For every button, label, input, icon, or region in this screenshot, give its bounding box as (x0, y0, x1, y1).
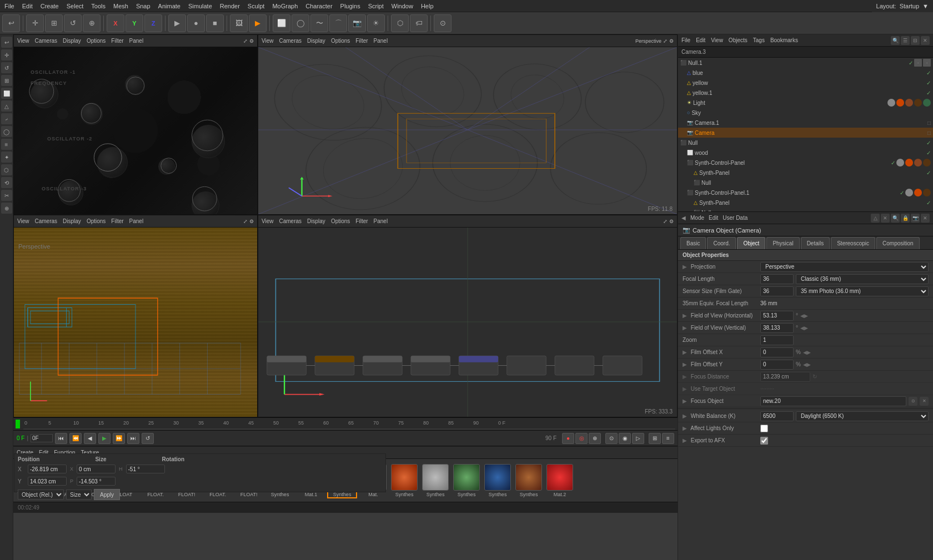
tree-item-camera1[interactable]: 📷 Camera.1 □ (678, 118, 933, 128)
menu-mesh[interactable]: Mesh (113, 3, 128, 9)
move-tool-btn[interactable]: ✛ (26, 14, 44, 32)
tree-item-blue[interactable]: △ blue ✓ (678, 68, 933, 78)
tree-item-synth-panel-sub1[interactable]: △ Synth-Panel ✓ (678, 168, 933, 178)
next-frame-btn[interactable]: ⏩ (113, 433, 125, 444)
sidebar-icon-11[interactable]: ⬡ (1, 164, 12, 175)
tree-item-sky[interactable]: ○ Sky (678, 108, 933, 118)
tag-btn[interactable]: 🏷 (410, 14, 428, 32)
snap-frame-btn[interactable]: ⊞ (649, 433, 661, 444)
scale-tool-btn[interactable]: ⊞ (45, 14, 63, 32)
record-keyframe-btn[interactable]: ⊕ (589, 433, 601, 444)
size-input-x[interactable] (77, 465, 116, 473)
vp-br-filter[interactable]: Filter (355, 218, 368, 224)
menu-sculpt[interactable]: Sculpt (248, 3, 265, 9)
close-icon[interactable]: ✕ (921, 36, 930, 45)
tab-details[interactable]: Details (801, 237, 830, 249)
sidebar-icon-5[interactable]: ⬜ (1, 88, 12, 99)
stop-btn[interactable]: ■ (206, 14, 224, 32)
undo-btn[interactable]: ↩ (2, 14, 20, 32)
camera-tool-btn[interactable]: 📷 (348, 14, 366, 32)
vp-tr-display[interactable]: Display (307, 38, 325, 44)
rot-input-h[interactable] (126, 465, 165, 473)
vp-tl-view[interactable]: View (17, 38, 29, 44)
obj-tree-view[interactable]: View (711, 37, 723, 43)
obj-tree-edit[interactable]: Edit (696, 37, 705, 43)
spline-btn[interactable]: ⌒ (329, 14, 347, 32)
sidebar-icon-9[interactable]: ≡ (1, 139, 12, 150)
vp-tr-view[interactable]: View (262, 38, 274, 44)
vp-tl-expand[interactable]: ⤢ (243, 38, 248, 44)
tree-item-yellow1[interactable]: △ yellow.1 ✓ (678, 88, 933, 98)
sidebar-icon-8[interactable]: ◯ (1, 126, 12, 137)
preview-btn[interactable]: ▷ (632, 433, 644, 444)
tree-item-light[interactable]: ☀ Light (678, 98, 933, 108)
pos-input-x[interactable] (28, 465, 67, 473)
vp-bl-panel[interactable]: Panel (129, 218, 144, 224)
projection-dropdown[interactable]: Perspective (760, 262, 929, 272)
focus-dist-input[interactable] (760, 372, 810, 382)
prop-lock-icon[interactable]: 🔒 (901, 214, 910, 223)
obj-tree-tags[interactable]: Tags (753, 37, 765, 43)
vp-bl-cameras[interactable]: Cameras (35, 218, 58, 224)
tab-coord[interactable]: Coord. (707, 237, 736, 249)
snap-btn[interactable]: ⊙ (434, 14, 452, 32)
vp-tl-cameras[interactable]: Cameras (35, 38, 58, 44)
sidebar-icon-3[interactable]: ↺ (1, 62, 12, 73)
filmx-input[interactable] (760, 347, 794, 357)
vp-br-settings[interactable]: ⚙ (669, 219, 674, 224)
vp-bl-filter[interactable]: Filter (111, 218, 123, 224)
vp-tr-expand[interactable]: ⤢ (663, 38, 668, 44)
menu-snap[interactable]: Snap (136, 3, 151, 9)
vp-bl-settings[interactable]: ⚙ (249, 219, 254, 224)
menu-plugins[interactable]: Plugins (340, 3, 360, 9)
sidebar-icon-4[interactable]: ⊞ (1, 75, 12, 86)
vp-br-options[interactable]: Options (331, 218, 350, 224)
sidebar-icon-2[interactable]: ✛ (1, 49, 12, 60)
vp-bl-display[interactable]: Display (63, 218, 81, 224)
prop-icon-1[interactable]: △ (871, 214, 880, 223)
sensor-preset-dropdown[interactable]: 35 mm Photo (36.0 mm) (796, 286, 929, 296)
focus-obj-icon2[interactable]: ✕ (920, 397, 929, 406)
record-btn-bar[interactable]: ● (562, 433, 574, 444)
material-item-16[interactable]: Mat.2 (546, 464, 574, 497)
focal-preset-dropdown[interactable]: Classic (36 mm) (796, 274, 929, 284)
menu-character[interactable]: Character (305, 3, 332, 9)
menu-select[interactable]: Select (67, 3, 84, 9)
menu-edit[interactable]: Edit (22, 3, 33, 9)
collapse-icon[interactable]: ⊟ (911, 36, 920, 45)
focal-input[interactable] (760, 274, 794, 284)
focus-obj-icon1[interactable]: ⊙ (909, 397, 917, 406)
prop-search-icon[interactable]: 🔍 (891, 214, 900, 223)
material-item-15[interactable]: Synthes (515, 464, 543, 497)
vp-br-view[interactable]: View (262, 218, 274, 224)
vp-tl-options[interactable]: Options (87, 38, 106, 44)
sidebar-icon-13[interactable]: ✂ (1, 190, 12, 201)
cube-btn[interactable]: ⬜ (273, 14, 290, 32)
vp-tr-panel[interactable]: Panel (374, 38, 388, 44)
vp-br-cameras[interactable]: Cameras (279, 218, 302, 224)
layout-dropdown[interactable]: Startup (900, 3, 919, 9)
focus-dist-refresh[interactable]: ↻ (812, 374, 817, 380)
vp-tl-display[interactable]: Display (63, 38, 81, 44)
nurbs-btn[interactable]: ◯ (292, 14, 309, 32)
vp-tl-panel[interactable]: Panel (129, 38, 144, 44)
tab-stereoscopic[interactable]: Stereoscopic (831, 237, 875, 249)
menu-mograph[interactable]: MoGraph (272, 3, 298, 9)
material-item-11[interactable]: Synthes (390, 464, 418, 497)
menu-window[interactable]: Window (392, 3, 413, 9)
onion-btn[interactable]: ◉ (619, 433, 631, 444)
render-btn[interactable]: ▶ (249, 14, 267, 32)
record-btn[interactable]: ● (187, 14, 205, 32)
sidebar-icon-7[interactable]: ⌿ (1, 113, 12, 124)
sidebar-icon-10[interactable]: ✦ (1, 152, 12, 163)
tree-item-camera[interactable]: 📷 Camera □ (678, 128, 933, 138)
filmy-input[interactable] (760, 360, 794, 370)
menu-script[interactable]: Script (368, 3, 384, 9)
material-btn[interactable]: ⬡ (391, 14, 409, 32)
play-btn[interactable]: ▶ (168, 14, 186, 32)
vp-tr-filter[interactable]: Filter (355, 38, 368, 44)
focus-obj-input[interactable] (760, 396, 906, 406)
fovh-input[interactable] (760, 311, 794, 321)
skip-end-btn[interactable]: ⏭ (127, 433, 139, 444)
prop-mode-tab[interactable]: Mode (690, 215, 704, 221)
